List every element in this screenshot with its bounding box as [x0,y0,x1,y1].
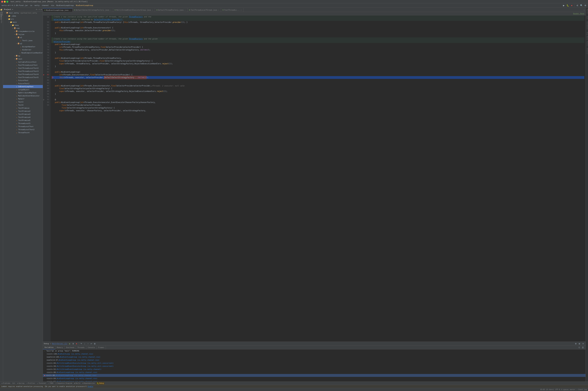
tree-item-testpromise3[interactable]: ☕ TestPromise3 [3,113,43,116]
debug-frame-5[interactable]: <init>:52, MultithreadEventLoopGroup (io… [43,368,586,371]
debug-tab-memory[interactable]: Memory [55,346,65,349]
todo-button[interactable]: ✓ TODO [48,382,54,385]
tab-fastthreadlo[interactable]: FastThreadLo... ✕ [221,8,243,12]
tree-item-aioserver[interactable]: ▸ ☕ AioServer [3,48,43,51]
debug-frame-6[interactable]: <init>:88, NioEventLoopGroup (io.netty.c… [43,371,586,374]
debug-tab-variables[interactable]: Variables [43,346,55,349]
tree-item-ftltest3[interactable]: ☕ FastThreadLocalTest3 [3,70,43,73]
tree-item-myattrmaptest[interactable]: ☕ MyAttributeMapTest [3,91,43,94]
frame-class-link[interactable]: MultithreadEventExecutorGroup (io.netty.… [57,365,114,367]
stop-debug-button[interactable]: ■ [75,342,78,345]
tree-item-e1[interactable]: ▾ 📦 e1 [3,36,43,39]
tree-expand-icon[interactable]: + [39,8,40,10]
tree-item-largeobject[interactable]: ☕ LargeObject [3,88,43,91]
minimize-button[interactable] [4,1,6,2]
debug-session-link[interactable]: NettyServer (1) [52,343,67,345]
tree-item-ftltest2[interactable]: ☕ FastThreadLocalTest2 [3,67,43,70]
dependencies-button[interactable]: ⊕ Dependencies [82,382,95,385]
step-over-button[interactable]: ↷ [80,342,83,345]
debug-frames-list[interactable]: ✓ "main"@1 in group "main": RUNNING <ini… [43,349,586,382]
tree-item-threadlocaltest[interactable]: ☕ ThreadLocalTest [3,125,43,128]
tree-item-java[interactable]: ▾ 📂 java [3,24,43,27]
tab-close-icon[interactable]: ✕ [69,9,71,11]
debug-settings-button[interactable]: ⚙ [574,342,577,345]
tree-item-e2[interactable]: ▾ 📦 e2 [3,42,43,45]
pause-button[interactable]: ⏸ [71,342,75,345]
frame-class-link[interactable]: NioEventLoop (io.netty.channel.nio) [58,353,93,355]
tree-item-testpromise5[interactable]: ☕ TestPromise5 [3,119,43,122]
selectorprovider-link[interactable]: SelectorProvider [54,18,70,20]
tree-item-my[interactable]: ▸ 📦 my [3,54,43,57]
threadfactory-link[interactable]: ThreadFactory [129,16,143,18]
debug-frame-7[interactable]: ● <init>:83, NioEventLoopGroup (io.netty… [43,374,586,377]
code-content[interactable]: Create a new instance using the specifie… [51,15,586,342]
frame-class-link[interactable]: MultithreadEventExecutorGroup (io.netty.… [57,362,114,364]
debug-frame-0[interactable]: <init>:138, NioEventLoop (io.netty.chann… [43,353,586,356]
tab-defaultthreadfactory[interactable]: DefaultThreadFactory.java ✕ [155,8,188,12]
profiler-button[interactable]: ⚡ Profiler [26,382,36,385]
tree-item-ftltest4[interactable]: ☕ FastThreadLocalTest4 [3,73,43,76]
database-tab[interactable]: Database [586,20,588,31]
tree-item-test3[interactable]: ☕ Test3 [3,100,43,103]
problems-button[interactable]: ⊘ Problems [1,382,11,385]
tree-item-threadlocal5[interactable]: ☕ ThreadLocal5 [3,122,43,125]
frame-class-link[interactable]: NioEventLoopGroup (io.netty.channel.nio) [59,359,99,361]
search-button[interactable]: 🔍 [580,4,583,7]
indent-label[interactable]: 4 spaces [561,389,569,391]
tab-nioeventloopgroup[interactable]: NioEventLoopGroup.java ✕ [43,8,72,12]
debug-layout-button[interactable]: ⊞ [578,342,581,345]
tree-item-ftltest5[interactable]: ☕ FastThreadLocalTest5 [3,76,43,79]
debug-frame-9[interactable]: <init>:52, NioEventLoopGroup (io.netty.c… [43,380,586,382]
step-into-button[interactable]: ↓ [83,342,86,345]
tree-item-idea[interactable]: ▸ 📂 .idea [3,14,43,17]
debug-frame-4[interactable]: <init>:58, MultithreadEventExecutorGroup… [43,365,586,368]
tree-item-futuretest[interactable]: ☕ FutureTest [3,79,43,82]
tree-item-testpromise[interactable]: ☕ TestPromise [3,106,43,109]
tree-item-myself[interactable]: ☕ MySelf [3,97,43,100]
tree-item-testpromise4[interactable]: ☕ TestPromise4 [3,116,43,119]
frame-class-link[interactable]: NioEventLoopGroup (io.netty.channel.nio) [60,356,100,358]
branch-label[interactable]: master [570,389,576,391]
debug-tab-console[interactable]: Console [86,346,97,349]
debug-tab-overhead[interactable]: Overhead [65,346,76,349]
tab-close-icon[interactable]: ✕ [218,9,219,11]
settings-button[interactable]: ⚙ [584,4,587,7]
breakpoint-marker[interactable]: ● [43,73,44,76]
debug-tab-frames[interactable]: Frames [97,346,106,349]
tree-item-root[interactable]: ▾ 📦 test_netty ~/github/test_netty [3,11,43,14]
tree-item-crazymakercircle[interactable]: ▸ 📦 crazymakercircle [3,30,43,33]
event-log-button[interactable]: ⚡ Event Log [577,389,587,391]
debug-bottom-button[interactable]: 🐛 Debug [96,382,105,385]
tree-item-test-pkg[interactable]: ▾ 📦 test [3,57,43,60]
debug-frame-3[interactable]: <init>:84, MultithreadEventExecutorGroup… [43,362,586,365]
git-bottom-button[interactable]: Git [12,382,16,385]
git-button[interactable]: ⑆ [576,4,579,7]
selectorprovider-link2[interactable]: SelectorProvider [54,40,70,43]
resume-button[interactable]: ▶ [68,342,71,345]
tree-item-ineventlooptest[interactable]: ☕ InEventLoopTest [3,85,43,88]
tree-item-test1[interactable]: ▸ ☕ Test1.java [3,39,43,42]
frame-class-link[interactable]: NioEventLoopGroup (io.netty.channel.nio) [56,375,97,377]
tab-multithreadeventexecutorgroup[interactable]: MultithreadEventExecutorGroup.java ✕ [113,8,155,12]
evaluate-button[interactable]: ⊞ [93,342,96,345]
tree-item-test4[interactable]: ☕ Test4 [3,103,43,106]
debug-list-button[interactable]: ☰ [581,346,584,349]
grazie-tab[interactable]: Grazie [586,47,588,56]
encoding-label[interactable]: UTF-8 [555,389,560,391]
tree-settings-icon[interactable]: ≡ [36,8,37,10]
tab-close-icon[interactable]: ✕ [184,9,186,11]
tab-fastthreadlocalthread[interactable]: FastThreadLocalThread.java ✕ [188,8,221,12]
tree-body[interactable]: ▾ 📦 test_netty ~/github/test_netty ▸ 📂 .… [3,11,43,382]
debug-button[interactable]: 🐛 [566,4,570,7]
close-button[interactable] [1,1,3,2]
tree-item-callablefuturetest[interactable]: ☕ CallableFutureTest [3,60,43,64]
debug-close-button[interactable]: ✕ [582,342,585,345]
tree-item-main[interactable]: ▾ 📂 main [3,20,43,24]
frame-class-link[interactable]: NioEventLoopGroup (io.netty.channel.nio) [57,378,97,380]
tab-defaultselectstrategyfactory[interactable]: DefaultSelectStrategyFactory.java ✕ [72,8,113,12]
lombok-enable-link[interactable]: Enable [88,386,93,387]
reader-mode-button[interactable]: Reader Mode [573,12,584,14]
sequence-diagram-button[interactable]: ⬡ Sequence Diagram [55,382,73,385]
spring-button[interactable]: ☘ Spring [17,382,25,385]
breadcrumb-method[interactable]: NioEventLoopGroup [76,4,93,6]
